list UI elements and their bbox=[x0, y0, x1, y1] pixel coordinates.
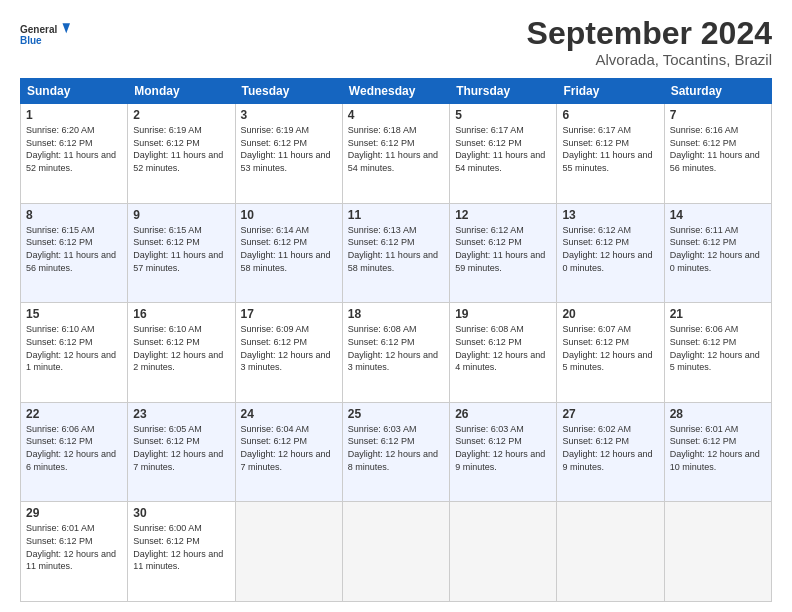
cell-info: Sunrise: 6:03 AMSunset: 6:12 PMDaylight:… bbox=[348, 424, 438, 472]
cell-info: Sunrise: 6:09 AMSunset: 6:12 PMDaylight:… bbox=[241, 324, 331, 372]
cell-info: Sunrise: 6:16 AMSunset: 6:12 PMDaylight:… bbox=[670, 125, 760, 173]
cell-info: Sunrise: 6:19 AMSunset: 6:12 PMDaylight:… bbox=[241, 125, 331, 173]
day-number: 9 bbox=[133, 208, 229, 222]
table-row: 11 Sunrise: 6:13 AMSunset: 6:12 PMDaylig… bbox=[342, 203, 449, 303]
table-row: 30 Sunrise: 6:00 AMSunset: 6:12 PMDaylig… bbox=[128, 502, 235, 602]
day-number: 30 bbox=[133, 506, 229, 520]
table-row: 21 Sunrise: 6:06 AMSunset: 6:12 PMDaylig… bbox=[664, 303, 771, 403]
day-number: 18 bbox=[348, 307, 444, 321]
table-row: 29 Sunrise: 6:01 AMSunset: 6:12 PMDaylig… bbox=[21, 502, 128, 602]
cell-info: Sunrise: 6:19 AMSunset: 6:12 PMDaylight:… bbox=[133, 125, 223, 173]
table-row: 6 Sunrise: 6:17 AMSunset: 6:12 PMDayligh… bbox=[557, 104, 664, 204]
month-title: September 2024 bbox=[527, 16, 772, 51]
day-number: 23 bbox=[133, 407, 229, 421]
cell-info: Sunrise: 6:17 AMSunset: 6:12 PMDaylight:… bbox=[455, 125, 545, 173]
cell-info: Sunrise: 6:15 AMSunset: 6:12 PMDaylight:… bbox=[26, 225, 116, 273]
day-number: 8 bbox=[26, 208, 122, 222]
day-number: 21 bbox=[670, 307, 766, 321]
day-number: 15 bbox=[26, 307, 122, 321]
col-saturday: Saturday bbox=[664, 79, 771, 104]
cell-info: Sunrise: 6:03 AMSunset: 6:12 PMDaylight:… bbox=[455, 424, 545, 472]
day-number: 11 bbox=[348, 208, 444, 222]
col-friday: Friday bbox=[557, 79, 664, 104]
cell-info: Sunrise: 6:00 AMSunset: 6:12 PMDaylight:… bbox=[133, 523, 223, 571]
day-number: 24 bbox=[241, 407, 337, 421]
cell-info: Sunrise: 6:08 AMSunset: 6:12 PMDaylight:… bbox=[455, 324, 545, 372]
calendar-week-row: 8 Sunrise: 6:15 AMSunset: 6:12 PMDayligh… bbox=[21, 203, 772, 303]
title-block: September 2024 Alvorada, Tocantins, Braz… bbox=[527, 16, 772, 68]
table-row bbox=[557, 502, 664, 602]
col-thursday: Thursday bbox=[450, 79, 557, 104]
col-sunday: Sunday bbox=[21, 79, 128, 104]
day-number: 28 bbox=[670, 407, 766, 421]
header: General Blue September 2024 Alvorada, To… bbox=[20, 16, 772, 68]
table-row: 4 Sunrise: 6:18 AMSunset: 6:12 PMDayligh… bbox=[342, 104, 449, 204]
day-number: 19 bbox=[455, 307, 551, 321]
table-row: 9 Sunrise: 6:15 AMSunset: 6:12 PMDayligh… bbox=[128, 203, 235, 303]
cell-info: Sunrise: 6:11 AMSunset: 6:12 PMDaylight:… bbox=[670, 225, 760, 273]
day-number: 4 bbox=[348, 108, 444, 122]
svg-text:General: General bbox=[20, 24, 57, 35]
table-row: 24 Sunrise: 6:04 AMSunset: 6:12 PMDaylig… bbox=[235, 402, 342, 502]
table-row bbox=[342, 502, 449, 602]
calendar-week-row: 15 Sunrise: 6:10 AMSunset: 6:12 PMDaylig… bbox=[21, 303, 772, 403]
table-row bbox=[235, 502, 342, 602]
table-row: 1 Sunrise: 6:20 AMSunset: 6:12 PMDayligh… bbox=[21, 104, 128, 204]
col-monday: Monday bbox=[128, 79, 235, 104]
table-row: 8 Sunrise: 6:15 AMSunset: 6:12 PMDayligh… bbox=[21, 203, 128, 303]
table-row: 28 Sunrise: 6:01 AMSunset: 6:12 PMDaylig… bbox=[664, 402, 771, 502]
day-number: 29 bbox=[26, 506, 122, 520]
table-row: 10 Sunrise: 6:14 AMSunset: 6:12 PMDaylig… bbox=[235, 203, 342, 303]
cell-info: Sunrise: 6:15 AMSunset: 6:12 PMDaylight:… bbox=[133, 225, 223, 273]
col-wednesday: Wednesday bbox=[342, 79, 449, 104]
table-row bbox=[664, 502, 771, 602]
table-row: 26 Sunrise: 6:03 AMSunset: 6:12 PMDaylig… bbox=[450, 402, 557, 502]
day-number: 1 bbox=[26, 108, 122, 122]
calendar-header-row: Sunday Monday Tuesday Wednesday Thursday… bbox=[21, 79, 772, 104]
svg-text:Blue: Blue bbox=[20, 35, 42, 46]
table-row: 20 Sunrise: 6:07 AMSunset: 6:12 PMDaylig… bbox=[557, 303, 664, 403]
table-row: 22 Sunrise: 6:06 AMSunset: 6:12 PMDaylig… bbox=[21, 402, 128, 502]
cell-info: Sunrise: 6:06 AMSunset: 6:12 PMDaylight:… bbox=[670, 324, 760, 372]
day-number: 7 bbox=[670, 108, 766, 122]
calendar-table: Sunday Monday Tuesday Wednesday Thursday… bbox=[20, 78, 772, 602]
table-row: 14 Sunrise: 6:11 AMSunset: 6:12 PMDaylig… bbox=[664, 203, 771, 303]
page: General Blue September 2024 Alvorada, To… bbox=[0, 0, 792, 612]
cell-info: Sunrise: 6:07 AMSunset: 6:12 PMDaylight:… bbox=[562, 324, 652, 372]
day-number: 17 bbox=[241, 307, 337, 321]
table-row: 15 Sunrise: 6:10 AMSunset: 6:12 PMDaylig… bbox=[21, 303, 128, 403]
cell-info: Sunrise: 6:20 AMSunset: 6:12 PMDaylight:… bbox=[26, 125, 116, 173]
day-number: 14 bbox=[670, 208, 766, 222]
cell-info: Sunrise: 6:10 AMSunset: 6:12 PMDaylight:… bbox=[133, 324, 223, 372]
cell-info: Sunrise: 6:01 AMSunset: 6:12 PMDaylight:… bbox=[670, 424, 760, 472]
day-number: 22 bbox=[26, 407, 122, 421]
table-row bbox=[450, 502, 557, 602]
table-row: 2 Sunrise: 6:19 AMSunset: 6:12 PMDayligh… bbox=[128, 104, 235, 204]
day-number: 16 bbox=[133, 307, 229, 321]
location: Alvorada, Tocantins, Brazil bbox=[527, 51, 772, 68]
cell-info: Sunrise: 6:05 AMSunset: 6:12 PMDaylight:… bbox=[133, 424, 223, 472]
logo-svg: General Blue bbox=[20, 16, 70, 56]
day-number: 27 bbox=[562, 407, 658, 421]
day-number: 20 bbox=[562, 307, 658, 321]
table-row: 16 Sunrise: 6:10 AMSunset: 6:12 PMDaylig… bbox=[128, 303, 235, 403]
cell-info: Sunrise: 6:10 AMSunset: 6:12 PMDaylight:… bbox=[26, 324, 116, 372]
calendar-week-row: 22 Sunrise: 6:06 AMSunset: 6:12 PMDaylig… bbox=[21, 402, 772, 502]
day-number: 5 bbox=[455, 108, 551, 122]
cell-info: Sunrise: 6:02 AMSunset: 6:12 PMDaylight:… bbox=[562, 424, 652, 472]
table-row: 17 Sunrise: 6:09 AMSunset: 6:12 PMDaylig… bbox=[235, 303, 342, 403]
table-row: 19 Sunrise: 6:08 AMSunset: 6:12 PMDaylig… bbox=[450, 303, 557, 403]
calendar-week-row: 29 Sunrise: 6:01 AMSunset: 6:12 PMDaylig… bbox=[21, 502, 772, 602]
day-number: 10 bbox=[241, 208, 337, 222]
cell-info: Sunrise: 6:13 AMSunset: 6:12 PMDaylight:… bbox=[348, 225, 438, 273]
cell-info: Sunrise: 6:12 AMSunset: 6:12 PMDaylight:… bbox=[562, 225, 652, 273]
cell-info: Sunrise: 6:12 AMSunset: 6:12 PMDaylight:… bbox=[455, 225, 545, 273]
cell-info: Sunrise: 6:06 AMSunset: 6:12 PMDaylight:… bbox=[26, 424, 116, 472]
table-row: 13 Sunrise: 6:12 AMSunset: 6:12 PMDaylig… bbox=[557, 203, 664, 303]
calendar-week-row: 1 Sunrise: 6:20 AMSunset: 6:12 PMDayligh… bbox=[21, 104, 772, 204]
day-number: 3 bbox=[241, 108, 337, 122]
cell-info: Sunrise: 6:14 AMSunset: 6:12 PMDaylight:… bbox=[241, 225, 331, 273]
cell-info: Sunrise: 6:17 AMSunset: 6:12 PMDaylight:… bbox=[562, 125, 652, 173]
table-row: 25 Sunrise: 6:03 AMSunset: 6:12 PMDaylig… bbox=[342, 402, 449, 502]
table-row: 12 Sunrise: 6:12 AMSunset: 6:12 PMDaylig… bbox=[450, 203, 557, 303]
